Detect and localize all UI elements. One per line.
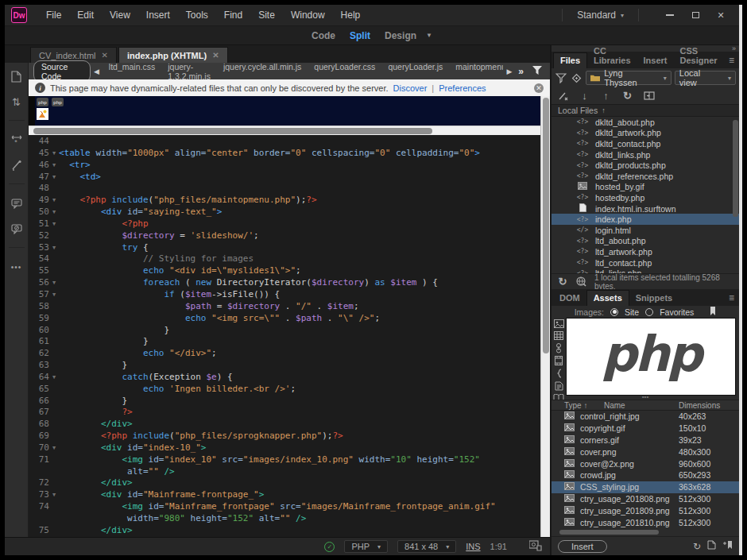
images-category-icon[interactable] — [553, 319, 564, 328]
asset-row[interactable]: copyright.gif150x10 — [552, 423, 739, 434]
fold-arrow-icon[interactable]: ▼ — [49, 289, 59, 301]
scrollbar-thumb[interactable] — [559, 530, 659, 535]
fold-arrow-icon[interactable]: ▼ — [49, 160, 59, 172]
site-dropdown[interactable]: Lyng Thyssen ▾ — [586, 71, 672, 85]
scripts-category-icon[interactable] — [553, 369, 564, 378]
view-dropdown[interactable]: Local view ▾ — [675, 71, 736, 85]
panel-menu-icon[interactable]: ≡ — [724, 55, 739, 68]
asset-row[interactable]: cover@2x.png960x600 — [552, 458, 739, 469]
panel-tab-insert[interactable]: Insert — [637, 53, 674, 68]
checkout-icon[interactable] — [556, 89, 570, 102]
view-mode-split[interactable]: Split — [350, 30, 370, 41]
view-mode-code[interactable]: Code — [312, 30, 335, 41]
code-line[interactable]: 63 } — [29, 360, 540, 372]
close-info-bar-icon[interactable]: ✕ — [534, 83, 544, 93]
scroll-right-icon[interactable]: ▶ — [506, 68, 512, 75]
doc-tab[interactable]: index.php (XHTML)✕ — [118, 47, 228, 63]
file-tree-item[interactable]: <?>ltd_links.php — [552, 268, 739, 273]
column-name[interactable]: Name — [604, 401, 679, 410]
fold-arrow-icon[interactable]: ▼ — [49, 148, 59, 160]
maximize-button[interactable] — [683, 8, 707, 23]
code-line[interactable]: 61 } — [29, 336, 540, 348]
related-file[interactable]: maintopmenu.php — [449, 62, 503, 81]
close-button[interactable]: ✕ — [709, 8, 733, 23]
code-line[interactable]: 62 echo "</div>"; — [29, 348, 540, 360]
fold-arrow-icon[interactable]: ▼ — [49, 242, 59, 254]
file-tree-item[interactable]: <?>dkltd_references.php — [552, 171, 739, 182]
code-line[interactable]: 72 </div> — [29, 477, 540, 489]
code-line[interactable]: 75 </div> — [29, 525, 540, 537]
templates-category-icon[interactable] — [553, 381, 564, 391]
expand-panel-icon[interactable] — [642, 89, 656, 102]
live-code-icon[interactable] — [529, 540, 542, 553]
colors-category-icon[interactable] — [553, 331, 564, 340]
column-dimensions[interactable]: Dimensions — [679, 401, 739, 410]
code-line[interactable]: 71 <img id="index_10" src="images/index_… — [29, 454, 540, 466]
code-line[interactable]: 69 <?php include("php_files/sprogknapper… — [29, 431, 540, 442]
asset-row[interactable]: control_right.jpg40x263 — [552, 411, 739, 423]
code-line[interactable]: alt="" /> — [29, 466, 540, 478]
related-file[interactable]: jquery.cycle.all.min.js — [217, 62, 308, 81]
minimize-button[interactable] — [658, 8, 682, 23]
local-files-header[interactable]: Local Files ↑ — [552, 104, 739, 117]
fold-arrow-icon[interactable]: ▼ — [49, 372, 59, 384]
edit-asset-icon[interactable] — [707, 540, 716, 552]
code-line[interactable]: 53▼ try { — [29, 242, 540, 254]
file-tree-item[interactable]: hosted_by.gif — [552, 182, 739, 193]
menu-view[interactable]: View — [102, 10, 138, 21]
radio-favorites-label[interactable]: Favorites — [660, 307, 694, 317]
scrollbar-thumb[interactable] — [33, 128, 432, 134]
add-to-favorites-icon[interactable] — [722, 540, 733, 552]
code-line[interactable]: 68 </div> — [29, 419, 540, 431]
code-line[interactable]: 48 — [29, 183, 540, 195]
panel-tab-assets[interactable]: Assets — [586, 290, 629, 306]
file-tree-item[interactable]: <?>ltd_artwork.php — [552, 246, 739, 257]
code-line[interactable]: 66 } — [29, 396, 540, 407]
design-horizontal-scrollbar[interactable] — [29, 126, 540, 135]
put-files-icon[interactable]: ↑ — [599, 89, 613, 102]
code-line[interactable]: 58 $path = $directory . "/" . $item; — [29, 301, 540, 313]
assets-horizontal-scrollbar[interactable] — [552, 528, 739, 536]
preferences-link[interactable]: Preferences — [439, 83, 486, 93]
file-tree-item[interactable]: <?>dkltd_artwork.php — [552, 128, 739, 139]
more-options-icon[interactable]: ••• — [10, 260, 24, 274]
filter-related-files-icon[interactable] — [529, 66, 545, 76]
urls-category-icon[interactable] — [553, 343, 564, 353]
file-tree-item[interactable]: <?>ltd_about.php — [552, 236, 739, 247]
media-category-icon[interactable] — [553, 356, 564, 365]
code-line[interactable]: 73▼ <div id="Mainframe-frontpage_"> — [29, 489, 540, 501]
code-line[interactable]: 44 — [29, 136, 540, 148]
menu-edit[interactable]: Edit — [69, 10, 102, 21]
file-management-icon[interactable]: ⇅ — [10, 95, 24, 109]
asset-row[interactable]: ctry_usage_201809.png512x300 — [552, 504, 739, 516]
file-tree-item[interactable]: </>login.html — [552, 225, 739, 236]
code-line[interactable]: 59 echo "<img src=\"" . $path . "\" />"; — [29, 313, 540, 325]
radio-favorites[interactable] — [645, 308, 653, 316]
code-line[interactable]: 45▼<table width="1000px" align="center" … — [29, 148, 540, 160]
code-line[interactable]: 67 ?> — [29, 407, 540, 419]
fold-arrow-icon[interactable]: ▼ — [49, 277, 59, 289]
asset-row[interactable]: CSS_styling.jpg363x628 — [552, 481, 739, 493]
design-view[interactable]: phpphp — [29, 96, 540, 126]
bookmark-icon[interactable] — [710, 307, 716, 317]
get-files-icon[interactable]: ↓ — [578, 89, 591, 102]
window-size-dropdown[interactable]: 841 x 48 ▾ — [397, 540, 456, 553]
menu-window[interactable]: Window — [283, 10, 333, 21]
file-tree-item[interactable]: <?>index.php — [552, 214, 739, 225]
code-line[interactable]: 60 } — [29, 325, 540, 337]
menu-site[interactable]: Site — [250, 10, 283, 21]
open-documents-icon[interactable] — [10, 69, 24, 83]
code-line[interactable]: 74 <img id="Mainframe_frontpage" src="im… — [29, 501, 540, 513]
menu-file[interactable]: File — [38, 10, 69, 21]
file-tree-item[interactable]: <?>dkltd_contact.php — [552, 138, 739, 149]
file-tree-item[interactable]: <?>dkltd_links.php — [552, 149, 739, 160]
remove-comment-icon[interactable] — [10, 222, 24, 236]
asset-row[interactable]: corners.gif39x23 — [552, 434, 739, 446]
close-tab-icon[interactable]: ✕ — [212, 51, 219, 60]
related-file[interactable]: jquery-1.3.2.min.js — [161, 62, 217, 81]
fold-arrow-icon[interactable]: ▼ — [49, 207, 59, 218]
file-tree-item[interactable]: <?>dkltd_about.php — [552, 117, 739, 128]
code-line[interactable]: 64▼ catch(Exception $e) { — [29, 372, 540, 384]
related-file[interactable]: queryLoader.css — [308, 62, 381, 81]
menu-insert[interactable]: Insert — [138, 10, 178, 21]
